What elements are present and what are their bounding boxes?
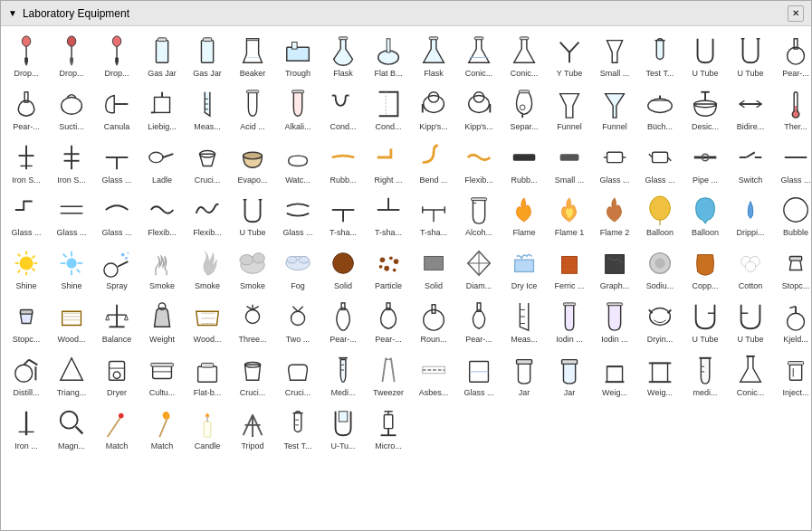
grid-item-133[interactable]: U-Tu... xyxy=(321,403,365,454)
grid-item-43[interactable]: Rubb... xyxy=(321,137,365,188)
grid-item-17[interactable]: Pear-... xyxy=(774,30,811,81)
grid-item-129[interactable]: Match xyxy=(140,403,184,454)
grid-item-12[interactable]: Y Tube xyxy=(548,30,591,81)
grid-item-38[interactable]: Glass ... xyxy=(95,137,139,188)
grid-item-130[interactable]: Candle xyxy=(186,403,229,454)
grid-item-80[interactable]: Particle xyxy=(367,242,410,294)
grid-item-128[interactable]: Match xyxy=(95,403,139,454)
grid-item-105[interactable]: U Tube xyxy=(683,296,727,347)
grid-item-76[interactable]: Smoke xyxy=(186,242,229,294)
grid-item-60[interactable]: Glass ... xyxy=(276,189,320,241)
grid-item-87[interactable]: Copp... xyxy=(683,242,727,294)
grid-item-84[interactable]: Ferric ... xyxy=(548,242,591,294)
grid-item-34[interactable]: Bidire... xyxy=(729,83,772,135)
grid-item-6[interactable]: Trough xyxy=(276,30,320,81)
grid-item-35[interactable]: Ther... xyxy=(774,83,811,135)
grid-item-68[interactable]: Balloon xyxy=(638,189,682,241)
grid-item-62[interactable]: T-sha... xyxy=(367,189,410,241)
grid-item-75[interactable]: Smoke xyxy=(140,242,184,294)
grid-item-23[interactable]: Acid ... xyxy=(231,83,274,135)
grid-item-125[interactable]: Inject... xyxy=(774,349,811,401)
grid-item-98[interactable]: Pear-... xyxy=(367,296,410,347)
grid-item-113[interactable]: Cruci... xyxy=(231,349,274,401)
grid-item-29[interactable]: Separ... xyxy=(502,83,546,135)
grid-item-91[interactable]: Wood... xyxy=(50,296,93,347)
grid-item-107[interactable]: Kjeld... xyxy=(774,296,811,347)
grid-item-13[interactable]: Small ... xyxy=(593,30,636,81)
grid-item-66[interactable]: Flame 1 xyxy=(548,189,591,241)
grid-item-112[interactable]: Flat-b... xyxy=(186,349,229,401)
grid-item-45[interactable]: Bend ... xyxy=(412,137,455,188)
grid-item-32[interactable]: Büch... xyxy=(638,83,682,135)
grid-item-25[interactable]: Cond... xyxy=(321,83,365,135)
grid-item-61[interactable]: T-sha... xyxy=(321,189,365,241)
grid-item-7[interactable]: Flask xyxy=(321,30,365,81)
grid-item-59[interactable]: U Tube xyxy=(231,189,274,241)
grid-item-8[interactable]: Flat B... xyxy=(367,30,410,81)
grid-item-96[interactable]: Two ... xyxy=(276,296,320,347)
grid-item-132[interactable]: Test T... xyxy=(276,403,320,454)
grid-item-55[interactable]: Glass ... xyxy=(50,189,93,241)
grid-item-92[interactable]: Balance xyxy=(95,296,139,347)
grid-item-120[interactable]: Jar xyxy=(548,349,591,401)
grid-item-47[interactable]: Rubb... xyxy=(502,137,546,188)
grid-item-103[interactable]: Iodin ... xyxy=(593,296,636,347)
grid-item-78[interactable]: Fog xyxy=(276,242,320,294)
grid-item-94[interactable]: Wood... xyxy=(186,296,229,347)
grid-item-44[interactable]: Right ... xyxy=(367,137,410,188)
grid-item-9[interactable]: Flask xyxy=(412,30,455,81)
grid-item-82[interactable]: Diam... xyxy=(457,242,501,294)
grid-item-104[interactable]: Dryin... xyxy=(638,296,682,347)
grid-item-56[interactable]: Glass ... xyxy=(95,189,139,241)
grid-item-3[interactable]: Gas Jar xyxy=(140,30,184,81)
grid-item-88[interactable]: Cotton xyxy=(729,242,772,294)
grid-item-31[interactable]: Funnel xyxy=(593,83,636,135)
grid-item-110[interactable]: Dryer xyxy=(95,349,139,401)
grid-item-108[interactable]: Distill... xyxy=(5,349,48,401)
grid-item-51[interactable]: Pipe ... xyxy=(683,137,727,188)
grid-item-111[interactable]: Cultu... xyxy=(140,349,184,401)
grid-item-20[interactable]: Canula xyxy=(95,83,139,135)
grid-item-116[interactable]: Tweezer xyxy=(367,349,410,401)
grid-item-121[interactable]: Weig... xyxy=(593,349,636,401)
grid-item-101[interactable]: Meas... xyxy=(502,296,546,347)
grid-item-40[interactable]: Cruci... xyxy=(186,137,229,188)
grid-item-16[interactable]: U Tube xyxy=(729,30,772,81)
grid-item-24[interactable]: Alkali... xyxy=(276,83,320,135)
grid-item-109[interactable]: Triang... xyxy=(50,349,93,401)
grid-item-58[interactable]: Flexib... xyxy=(186,189,229,241)
grid-item-39[interactable]: Ladle xyxy=(140,137,184,188)
grid-item-127[interactable]: Magn... xyxy=(50,403,93,454)
grid-item-102[interactable]: Iodin ... xyxy=(548,296,591,347)
grid-item-85[interactable]: Graph... xyxy=(593,242,636,294)
grid-item-14[interactable]: Test T... xyxy=(638,30,682,81)
grid-item-64[interactable]: Alcoh... xyxy=(457,189,501,241)
grid-item-134[interactable]: Micro... xyxy=(367,403,410,454)
grid-item-70[interactable]: Drippi... xyxy=(729,189,772,241)
grid-item-89[interactable]: Stopc... xyxy=(774,242,811,294)
grid-item-30[interactable]: Funnel xyxy=(548,83,591,135)
grid-item-67[interactable]: Flame 2 xyxy=(593,189,636,241)
grid-item-1[interactable]: Drop... xyxy=(50,30,93,81)
grid-item-131[interactable]: Tripod xyxy=(231,403,274,454)
grid-item-124[interactable]: Conic... xyxy=(729,349,772,401)
grid-item-53[interactable]: Glass ... xyxy=(774,137,811,188)
grid-item-4[interactable]: Gas Jar xyxy=(186,30,229,81)
grid-item-74[interactable]: Spray xyxy=(95,242,139,294)
grid-item-83[interactable]: Dry Ice xyxy=(502,242,546,294)
grid-item-10[interactable]: Conic... xyxy=(457,30,501,81)
grid-item-72[interactable]: Shine xyxy=(5,242,48,294)
grid-item-11[interactable]: Conic... xyxy=(502,30,546,81)
close-button[interactable]: ✕ xyxy=(788,5,804,22)
grid-item-2[interactable]: Drop... xyxy=(95,30,139,81)
grid-item-77[interactable]: Smoke xyxy=(231,242,274,294)
grid-item-36[interactable]: Iron S... xyxy=(5,137,48,188)
grid-item-126[interactable]: Iron ... xyxy=(5,403,48,454)
grid-item-19[interactable]: Sucti... xyxy=(50,83,93,135)
grid-item-93[interactable]: Weight xyxy=(140,296,184,347)
grid-item-5[interactable]: Beaker xyxy=(231,30,274,81)
grid-item-27[interactable]: Kipp's... xyxy=(412,83,455,135)
grid-item-0[interactable]: Drop... xyxy=(5,30,48,81)
grid-item-99[interactable]: Roun... xyxy=(412,296,455,347)
grid-item-54[interactable]: Glass ... xyxy=(5,189,48,241)
